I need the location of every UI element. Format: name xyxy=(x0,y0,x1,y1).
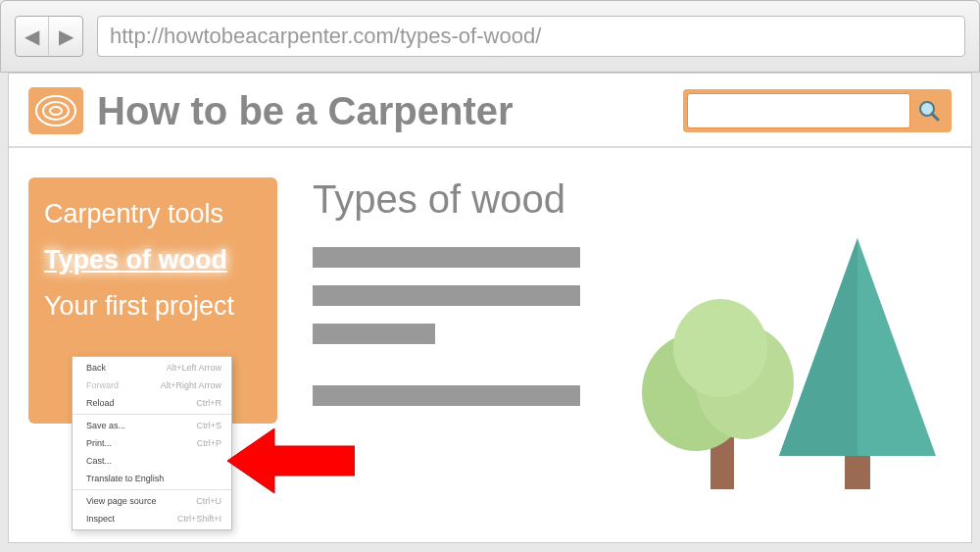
svg-point-8 xyxy=(673,299,767,397)
svg-line-4 xyxy=(932,114,938,120)
search-icon xyxy=(917,99,941,123)
ctx-inspect[interactable]: InspectCtrl+Shift+I xyxy=(73,510,231,527)
ctx-translate[interactable]: Translate to English xyxy=(73,470,231,487)
svg-marker-11 xyxy=(779,238,858,456)
text-placeholder xyxy=(313,285,580,306)
ctx-view-source[interactable]: View page sourceCtrl+U xyxy=(73,492,231,510)
ctx-separator xyxy=(73,414,231,415)
ctx-forward: ForwardAlt+Right Arrow xyxy=(73,376,231,394)
ctx-save-as[interactable]: Save as...Ctrl+S xyxy=(73,417,231,434)
search-box xyxy=(683,89,952,132)
forward-button[interactable]: ▶ xyxy=(49,17,82,56)
url-text: http://howtobeacarpenter.com/types-of-wo… xyxy=(110,24,541,49)
site-title: How to be a Carpenter xyxy=(97,89,683,133)
site-logo[interactable] xyxy=(28,87,83,134)
ctx-back[interactable]: BackAlt+Left Arrow xyxy=(73,359,231,376)
svg-point-1 xyxy=(43,102,69,120)
site-header: How to be a Carpenter xyxy=(9,74,971,148)
nav-buttons: ◀ ▶ xyxy=(15,16,83,57)
context-menu: BackAlt+Left Arrow ForwardAlt+Right Arro… xyxy=(72,356,232,530)
search-button[interactable] xyxy=(910,93,948,128)
svg-point-2 xyxy=(50,107,62,115)
page-viewport: How to be a Carpenter Carpentry tools Ty… xyxy=(8,73,972,543)
trees-illustration xyxy=(612,230,946,505)
sidebar-item-project[interactable]: Your first project xyxy=(44,283,262,329)
ctx-separator xyxy=(73,489,231,490)
text-placeholder xyxy=(313,324,435,344)
back-button[interactable]: ◀ xyxy=(16,17,49,56)
page-title: Types of wood xyxy=(313,177,952,222)
ctx-print[interactable]: Print...Ctrl+P xyxy=(73,434,231,452)
ctx-reload[interactable]: ReloadCtrl+R xyxy=(73,394,231,412)
sidebar-item-types[interactable]: Types of wood xyxy=(44,237,262,283)
ctx-cast[interactable]: Cast... xyxy=(73,452,231,470)
wood-rings-icon xyxy=(34,93,77,128)
search-input[interactable] xyxy=(687,93,910,128)
text-placeholder xyxy=(313,247,580,268)
browser-toolbar: ◀ ▶ http://howtobeacarpenter.com/types-o… xyxy=(0,0,980,73)
sidebar-item-tools[interactable]: Carpentry tools xyxy=(44,191,262,237)
address-bar[interactable]: http://howtobeacarpenter.com/types-of-wo… xyxy=(97,16,965,57)
text-placeholder xyxy=(313,385,580,406)
